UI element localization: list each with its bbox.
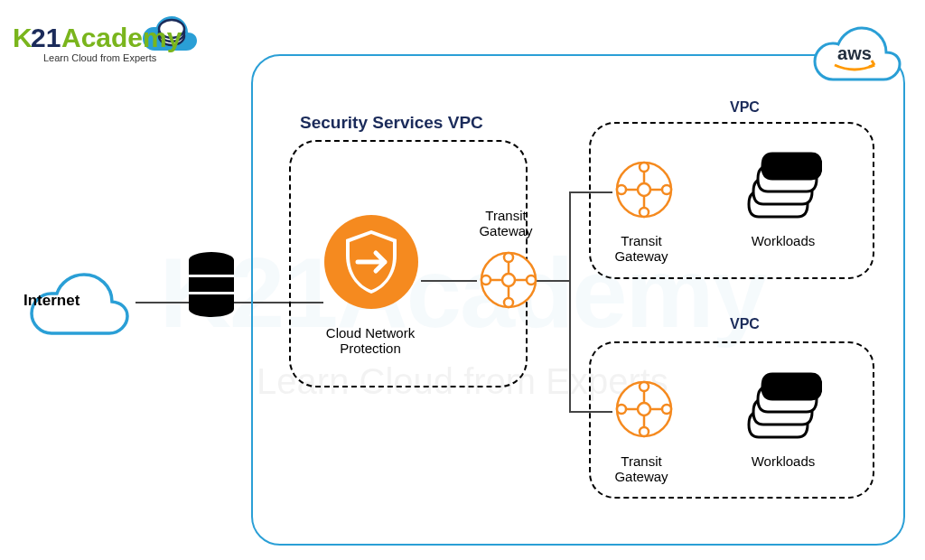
logo-k: K <box>13 23 33 52</box>
vpc-label-2: VPC <box>730 316 760 332</box>
svg-point-24 <box>640 208 649 217</box>
transit-gateway-icon <box>612 158 676 221</box>
transit-gateway-label: Transit Gateway <box>605 453 677 485</box>
logo-tagline: Learn Cloud from Experts <box>43 52 157 63</box>
svg-point-18 <box>527 275 536 285</box>
k21academy-logo: K 21 Academy Learn Cloud from Experts <box>13 7 202 61</box>
workloads-label: Workloads <box>743 453 824 469</box>
aws-label: aws <box>837 43 872 63</box>
connector-line <box>135 302 190 303</box>
svg-point-36 <box>617 405 626 414</box>
workloads-label: Workloads <box>743 233 824 248</box>
svg-point-16 <box>481 275 491 285</box>
vpc-label-1: VPC <box>730 99 760 116</box>
internet-label: Internet <box>23 292 79 310</box>
database-icon <box>187 251 236 320</box>
svg-point-12 <box>504 253 513 262</box>
transit-gateway-icon <box>477 248 540 312</box>
workloads-icon <box>741 145 822 226</box>
aws-cloud-icon: aws <box>800 20 909 90</box>
svg-rect-7 <box>189 292 234 294</box>
svg-point-22 <box>640 163 649 172</box>
cloud-network-protection-label: Cloud Network Protection <box>312 325 429 357</box>
workloads-icon <box>741 365 822 446</box>
shield-icon <box>322 212 421 312</box>
transit-gateway-label: Transit Gateway <box>470 208 542 239</box>
security-vpc-title: Security Services VPC <box>300 113 483 133</box>
svg-point-34 <box>640 427 649 436</box>
transit-gateway-label: Transit Gateway <box>605 233 677 265</box>
svg-point-26 <box>617 185 626 194</box>
transit-gateway-icon <box>612 378 676 441</box>
svg-point-32 <box>640 382 649 391</box>
logo-academy: Academy <box>61 23 182 52</box>
logo-21: 21 <box>31 23 61 52</box>
svg-rect-5 <box>189 275 234 277</box>
svg-point-38 <box>662 405 671 414</box>
svg-point-14 <box>504 298 513 307</box>
svg-point-28 <box>662 185 671 194</box>
